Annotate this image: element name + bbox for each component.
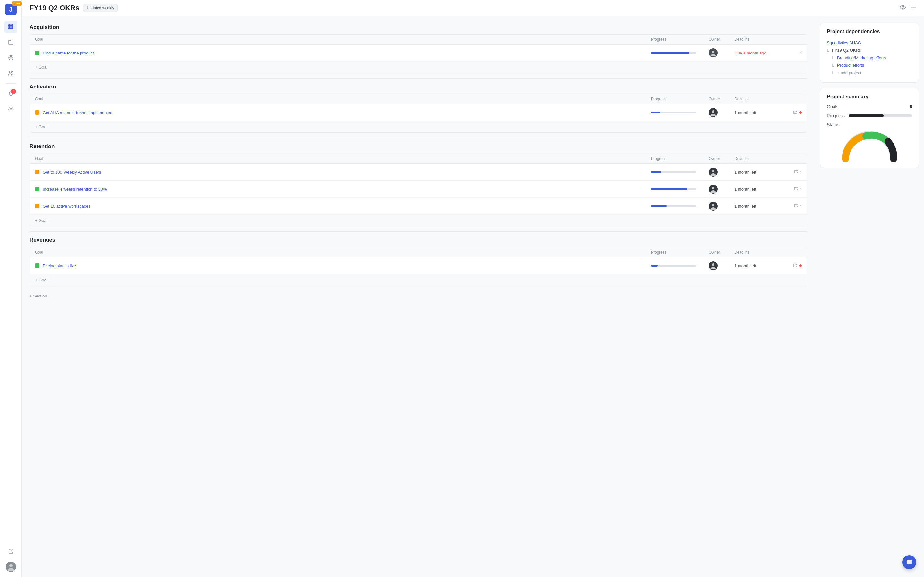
svg-point-14 bbox=[913, 7, 914, 8]
col-deadline: Deadline bbox=[734, 37, 786, 42]
right-panel: Project dependencies Squadlytics BHAG FY… bbox=[815, 16, 924, 577]
col-owner: Owner bbox=[709, 97, 734, 101]
col-actions bbox=[786, 97, 802, 101]
external-link-icon[interactable] bbox=[794, 169, 798, 175]
external-link-icon[interactable] bbox=[794, 187, 798, 192]
svg-point-23 bbox=[712, 187, 714, 189]
row-actions bbox=[786, 263, 802, 269]
beta-badge: beta bbox=[12, 1, 22, 6]
sidebar-item-grid[interactable] bbox=[5, 21, 17, 33]
add-goal-button[interactable]: + Goal bbox=[30, 61, 807, 73]
col-actions bbox=[786, 250, 802, 255]
sidebar-item-people[interactable] bbox=[5, 67, 17, 79]
col-goal: Goal bbox=[35, 250, 651, 255]
goal-link[interactable]: Pricing plan is live bbox=[43, 263, 76, 268]
grid-icon bbox=[8, 24, 14, 30]
main-area: FY19 Q2 OKRs Updated weekly bbox=[22, 0, 924, 577]
svg-point-7 bbox=[9, 71, 11, 73]
external-link-icon[interactable] bbox=[794, 203, 798, 209]
goals-header-retention: Goal Progress Owner Deadline bbox=[30, 154, 807, 164]
svg-rect-2 bbox=[8, 27, 11, 29]
dep-add-label: + add project bbox=[837, 71, 861, 75]
people-icon bbox=[8, 70, 14, 76]
add-goal-button[interactable]: + Goal bbox=[30, 215, 807, 226]
sidebar-item-notifications[interactable]: 1 bbox=[5, 87, 17, 100]
deadline-text: 1 month left bbox=[734, 187, 786, 192]
goal-status-dot bbox=[35, 170, 39, 174]
external-link-icon[interactable] bbox=[793, 110, 797, 115]
goal-name-cell: Find a name for the product bbox=[35, 51, 651, 55]
chat-button[interactable] bbox=[902, 555, 916, 569]
goals-header-activation: Goal Progress Owner Deadline bbox=[30, 94, 807, 104]
goal-link[interactable]: Find a name for the product bbox=[43, 51, 94, 55]
summary-title: Project summary bbox=[827, 94, 912, 100]
svg-point-15 bbox=[915, 7, 916, 8]
col-progress: Progress bbox=[651, 97, 709, 101]
dep-item: FY19 Q2 OKRs bbox=[827, 47, 912, 54]
section-divider bbox=[29, 231, 807, 232]
sidebar-item-target[interactable] bbox=[5, 51, 17, 64]
progress-bar bbox=[651, 188, 696, 190]
progress-bar-fill bbox=[651, 265, 658, 267]
goal-status-dot bbox=[35, 110, 39, 115]
row-actions: › bbox=[786, 169, 802, 175]
dep-root-link[interactable]: Squadlytics BHAG bbox=[827, 40, 861, 45]
chevron-right-icon[interactable]: › bbox=[800, 169, 802, 175]
goal-name-cell: Get AHA moment funnel implemented bbox=[35, 110, 651, 115]
target-icon bbox=[8, 55, 14, 61]
sidebar-item-export[interactable] bbox=[5, 545, 17, 558]
goals-table-retention: Goal Progress Owner Deadline Get to 100 … bbox=[29, 153, 807, 226]
chevron-right-icon[interactable]: › bbox=[800, 203, 802, 209]
summary-progress-row: Progress bbox=[827, 113, 912, 118]
goal-link[interactable]: Get to 100 Weekly Active Users bbox=[43, 170, 102, 175]
progress-cell bbox=[651, 52, 709, 54]
dep-current-label: FY19 Q2 OKRs bbox=[832, 48, 861, 53]
export-icon bbox=[8, 548, 14, 554]
goals-header-revenues: Goal Progress Owner Deadline bbox=[30, 247, 807, 258]
user-avatar bbox=[6, 562, 16, 572]
content-area: Acquisition Goal Progress Owner Deadline… bbox=[22, 16, 924, 577]
goals-table-acquisition: Goal Progress Owner Deadline Find a name… bbox=[29, 34, 807, 73]
svg-point-13 bbox=[911, 7, 912, 8]
svg-rect-3 bbox=[11, 27, 13, 29]
chevron-right-icon[interactable]: › bbox=[800, 50, 802, 55]
goal-name-cell: Pricing plan is live bbox=[35, 263, 651, 268]
col-deadline: Deadline bbox=[734, 97, 786, 101]
view-icon[interactable] bbox=[900, 4, 906, 12]
svg-rect-0 bbox=[8, 24, 11, 27]
add-goal-button[interactable]: + Goal bbox=[30, 274, 807, 285]
updated-badge: Updated weekly bbox=[83, 4, 118, 12]
external-link-icon[interactable] bbox=[793, 263, 797, 269]
owner-avatar bbox=[709, 185, 718, 193]
section-divider bbox=[29, 138, 807, 138]
progress-bar-fill bbox=[651, 111, 660, 113]
app-logo[interactable]: J beta bbox=[5, 4, 17, 15]
dep-child-link-1[interactable]: Branding/Marketing efforts bbox=[837, 55, 886, 60]
goal-link[interactable]: Get AHA moment funnel implemented bbox=[43, 110, 113, 115]
row-actions: › bbox=[786, 203, 802, 209]
goal-link[interactable]: Increase 4 weeks retention to 30% bbox=[43, 187, 107, 192]
progress-bar bbox=[651, 265, 696, 267]
more-icon[interactable] bbox=[910, 4, 916, 12]
goal-status-dot bbox=[35, 263, 39, 268]
section-title-retention: Retention bbox=[29, 143, 807, 150]
section-divider bbox=[29, 78, 807, 79]
sidebar-item-settings[interactable] bbox=[5, 103, 17, 116]
col-goal: Goal bbox=[35, 37, 651, 42]
row-actions bbox=[786, 110, 802, 115]
svg-point-6 bbox=[10, 57, 11, 58]
svg-point-8 bbox=[11, 72, 13, 73]
goal-link[interactable]: Get 10 active workspaces bbox=[43, 204, 90, 209]
dep-add-project[interactable]: + add project bbox=[827, 69, 912, 77]
owner-avatar bbox=[709, 201, 718, 211]
summary-status-row: Status bbox=[827, 122, 912, 127]
chevron-right-icon[interactable]: › bbox=[800, 187, 802, 192]
user-avatar-sidebar[interactable] bbox=[5, 560, 17, 573]
dep-root-item[interactable]: Squadlytics BHAG bbox=[827, 39, 912, 47]
sidebar-item-folder[interactable] bbox=[5, 36, 17, 49]
add-goal-button[interactable]: + Goal bbox=[30, 121, 807, 132]
dep-child-link-2[interactable]: Product efforts bbox=[837, 63, 864, 68]
add-section-button[interactable]: + Section bbox=[29, 291, 807, 301]
chat-icon bbox=[906, 559, 913, 566]
header-right bbox=[900, 4, 916, 12]
